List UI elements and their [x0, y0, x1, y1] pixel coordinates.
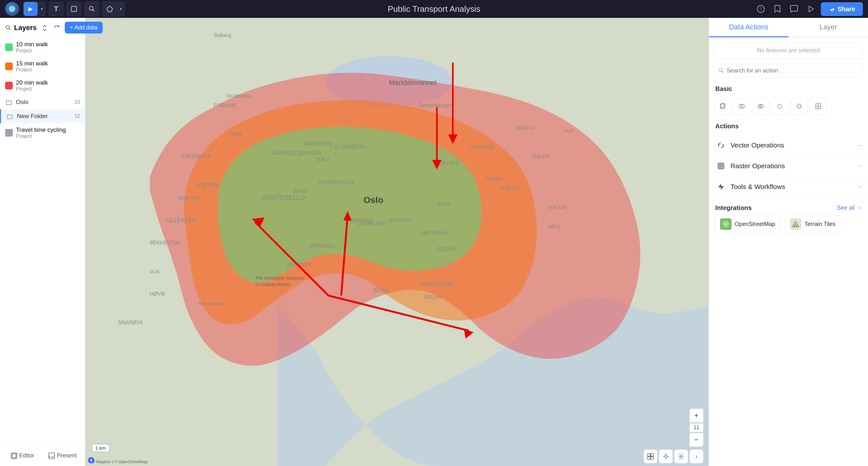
svg-text:SNARØYA: SNARØYA — [118, 320, 143, 325]
svg-rect-76 — [651, 457, 653, 459]
svg-text:RØA: RØA — [229, 131, 242, 137]
basic-icon-grid[interactable] — [810, 98, 827, 115]
bookmark-icon[interactable] — [771, 3, 784, 15]
svg-rect-0 — [71, 6, 76, 11]
present-btn[interactable]: Present — [44, 449, 82, 462]
comment-icon[interactable] — [788, 3, 800, 15]
svg-text:Oslo: Oslo — [364, 195, 383, 205]
tools-workflows-row[interactable]: Tools & Workflows → — [709, 176, 868, 197]
see-all-btn[interactable]: See all → — [837, 205, 862, 211]
basic-icon-difference[interactable] — [752, 98, 770, 115]
integration-items: OpenStreetMap Terrain Tiles — [709, 215, 868, 240]
search-icon[interactable] — [5, 22, 11, 33]
svg-text:DLM: DLM — [150, 269, 159, 274]
svg-text:TØNA: TØNA — [316, 157, 330, 163]
svg-rect-12 — [12, 454, 16, 458]
svg-text:BERG: BERG — [293, 189, 308, 194]
folder-name-oslo: Oslo — [16, 98, 71, 106]
search-tool[interactable] — [85, 2, 99, 16]
editor-btn[interactable]: Editor — [4, 449, 41, 462]
app-logo[interactable] — [5, 2, 19, 16]
help-icon[interactable]: ? — [754, 3, 767, 15]
basic-label: Basic — [709, 83, 868, 95]
settings-btn[interactable] — [674, 449, 688, 463]
share-button[interactable]: Share — [821, 2, 863, 16]
layer-item-10min[interactable]: 10 min walk Project — [0, 38, 85, 57]
terrain-tiles-integration[interactable]: Terrain Tiles — [785, 215, 840, 233]
select-tool[interactable]: ▶ — [24, 2, 38, 16]
svg-point-77 — [664, 455, 667, 458]
svg-text:GREFSEN: GREFSEN — [469, 144, 493, 150]
collapse-icon[interactable] — [39, 22, 50, 33]
map-style-btn[interactable] — [644, 449, 657, 463]
layer-tab[interactable]: Layer — [788, 18, 868, 37]
map-bottom-controls: › — [644, 449, 704, 463]
vector-operations-arrow: → — [856, 142, 862, 149]
search-input[interactable] — [727, 67, 858, 74]
folder-item-newfolder[interactable]: New Folder 12 — [0, 109, 85, 123]
osm-label: OpenStreetMap — [735, 221, 775, 228]
svg-point-1 — [89, 6, 93, 10]
basic-icon-intersect[interactable] — [733, 98, 750, 115]
layer-item-travel-cycling[interactable]: Travel time cycling Project — [0, 123, 85, 142]
data-actions-tab[interactable]: Data Actions — [709, 18, 788, 37]
vector-operations-label: Vector Operations — [731, 141, 852, 149]
layer-name-cycling: Travel time cycling — [16, 126, 80, 134]
location-btn[interactable] — [659, 449, 673, 463]
folder-count-newfolder: 12 — [74, 113, 80, 119]
folder-item-oslo[interactable]: Oslo 10 — [0, 95, 85, 109]
tool-group-2: T — [49, 1, 64, 17]
marker-tool[interactable] — [103, 2, 117, 16]
svg-marker-98 — [718, 183, 724, 190]
basic-icons-row — [709, 95, 868, 120]
svg-text:MAKRELLBEKKEN: MAKRELLBEKKEN — [271, 150, 321, 156]
topbar: ▶ ▾ T ▾ Public Transport Analysis ? — [0, 0, 868, 18]
svg-text:EIKSMARK: EIKSMARK — [182, 153, 211, 159]
vector-operations-row[interactable]: Vector Operations → — [709, 135, 868, 156]
svg-text:KAMPEN: KAMPEN — [389, 218, 411, 223]
add-data-button[interactable]: + Add data — [65, 22, 103, 33]
mapbox-credit: © Mapbox | © OpenStreetMap — [92, 459, 148, 464]
refresh-icon[interactable] — [51, 22, 62, 33]
dropdown-arrow-1[interactable]: ▾ — [38, 2, 45, 16]
svg-text:BØLER: BØLER — [532, 154, 550, 159]
raster-operations-label: Raster Operations — [731, 162, 852, 170]
map-area[interactable]: Oslo Maridalsvannet Søtemskogen EIKSMARK… — [86, 18, 709, 466]
svg-text:Maridalsvannet: Maridalsvannet — [389, 79, 437, 87]
folder-icon-newfolder — [6, 112, 14, 120]
layer-name-15min: 15 min walk — [16, 60, 80, 67]
sidebar-header: Layers + Add data — [0, 18, 85, 38]
text-tool[interactable]: T — [49, 2, 63, 16]
basic-icon-buffer[interactable] — [790, 98, 808, 115]
shape-tool[interactable] — [67, 2, 81, 16]
basic-icon-copy[interactable] — [714, 98, 731, 115]
raster-operations-row[interactable]: Raster Operations → — [709, 156, 868, 176]
tool-group-4 — [84, 1, 99, 17]
layer-item-20min[interactable]: 20 min walk Project — [0, 76, 85, 95]
svg-point-92 — [798, 105, 801, 108]
openstreetmap-integration[interactable]: OpenStreetMap — [715, 215, 780, 233]
svg-rect-97 — [718, 163, 724, 169]
basic-icon-union[interactable] — [771, 98, 788, 115]
layer-sub-20min: Project — [16, 86, 80, 92]
svg-text:BLINDERN: BLINDERN — [335, 144, 364, 150]
zoom-out-btn[interactable]: − — [689, 433, 704, 447]
svg-text:Telenor Arena: Telenor Arena — [198, 301, 225, 306]
layer-item-15min[interactable]: 15 min walk Project — [0, 57, 85, 76]
dropdown-arrow-5[interactable]: ▾ — [117, 2, 124, 16]
tools-workflows-arrow: → — [856, 183, 862, 190]
map-zoom-controls: + 11 − — [689, 409, 704, 447]
editor-label: Editor — [19, 452, 34, 459]
svg-text:FOSSUM: FOSSUM — [214, 103, 235, 108]
search-box[interactable] — [714, 64, 863, 78]
play-icon[interactable] — [804, 3, 817, 15]
svg-text:MANDLERUB: MANDLERUB — [421, 282, 453, 287]
svg-text:HØVIK: HØVIK — [150, 291, 166, 296]
scale-label: 1 km — [95, 445, 106, 451]
present-label: Present — [57, 452, 76, 459]
expand-btn[interactable]: › — [689, 449, 704, 463]
zoom-in-btn[interactable]: + — [689, 409, 704, 423]
tool-group-5: ▾ — [102, 1, 125, 17]
folder-name-newfolder: New Folder — [17, 113, 71, 120]
svg-text:BEKKE: BEKKE — [373, 288, 390, 293]
